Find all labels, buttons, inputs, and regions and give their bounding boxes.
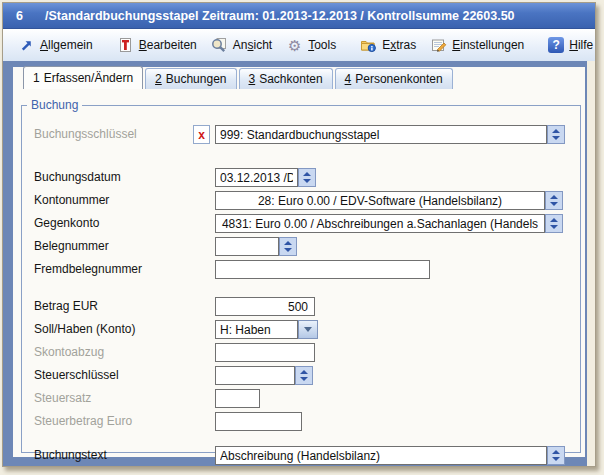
tab-sachkonten[interactable]: 3Sachkonten (239, 68, 333, 89)
belegnummer-input[interactable] (215, 237, 279, 256)
field-row-skontoabzug: Skontoabzug (22, 343, 580, 362)
field-row-buchungstext: Buchungstext (22, 446, 580, 465)
soll-haben-dropdown-button[interactable] (298, 320, 318, 339)
app-window: 6 /Standardbuchungsstapel Zeitraum: 01.2… (2, 2, 596, 467)
magnifier-icon (211, 37, 228, 54)
toolbar-button-hilfe[interactable]: ? Hilfe (541, 34, 600, 56)
arrow-up-right-icon (18, 37, 35, 54)
toolbar-label: Allgemein (40, 38, 93, 52)
field-row-steuersatz: Steuersatz (22, 389, 580, 408)
buchungstext-input[interactable] (215, 446, 547, 465)
field-row-buchungsschluessel: Buchungsschlüssel x (22, 125, 580, 144)
field-row-steuerschluessel: Steuerschlüssel (22, 366, 580, 385)
field-row-steuerbetrag: Steuerbetrag Euro (22, 412, 580, 431)
buchungsschluessel-spinner[interactable] (547, 125, 565, 144)
skontoabzug-input (215, 343, 315, 362)
group-title: Buchung (27, 98, 82, 112)
steuerschluessel-input[interactable] (215, 366, 295, 385)
soll-haben-select[interactable] (215, 320, 298, 339)
buchungstext-label: Buchungstext (34, 446, 107, 465)
tab-personenkonten[interactable]: 4Personenkonten (335, 68, 453, 89)
toolbar-label: Ansicht (233, 38, 272, 52)
steuerschluessel-spinner[interactable] (295, 366, 313, 385)
chevron-down-icon (304, 327, 312, 332)
toolbar: Allgemein Bearbeiten Ansicht ⚙ Tools (3, 29, 595, 61)
title-bar: 6 /Standardbuchungsstapel Zeitraum: 01.2… (3, 3, 595, 29)
fremdbelegnummer-label: Fremdbelegnummer (34, 260, 142, 279)
toolbar-label: Extras (382, 38, 416, 52)
skontoabzug-label: Skontoabzug (34, 343, 104, 362)
toolbar-button-tools[interactable]: ⚙ Tools (279, 34, 343, 57)
field-row-buchungsdatum: Buchungsdatum (22, 168, 580, 187)
buchungsdatum-label: Buchungsdatum (34, 168, 121, 187)
toolbar-button-einstellungen[interactable]: Einstellungen (423, 34, 531, 57)
betrag-label: Betrag EUR (34, 297, 98, 316)
delete-key-icon[interactable]: x (193, 125, 210, 144)
toolbar-button-ansicht[interactable]: Ansicht (204, 34, 279, 57)
frame-panel: 1Erfassen/Ändern 2Buchungen 3Sachkonten … (3, 61, 587, 466)
steuersatz-input (215, 389, 260, 408)
buchungsdatum-input[interactable] (215, 168, 298, 187)
field-row-soll-haben: Soll/Haben (Konto) (22, 320, 580, 339)
soll-haben-label: Soll/Haben (Konto) (34, 320, 135, 339)
note-pencil-icon (430, 37, 447, 54)
steuersatz-label: Steuersatz (34, 389, 91, 408)
buchungsschluessel-label: Buchungsschlüssel (34, 125, 137, 144)
field-row-belegnummer: Belegnummer (22, 237, 580, 256)
window-title: /Standardbuchungsstapel Zeitraum: 01.201… (45, 9, 515, 23)
belegnummer-spinner[interactable] (279, 237, 297, 256)
edit-document-icon (117, 37, 134, 54)
steuerschluessel-label: Steuerschlüssel (34, 366, 119, 385)
folder-info-icon (360, 37, 377, 54)
desktop-background: 6 /Standardbuchungsstapel Zeitraum: 01.2… (0, 0, 604, 475)
toolbar-label: Bearbeiten (139, 38, 197, 52)
gegenkonto-label: Gegenkonto (34, 214, 99, 233)
steuerbetrag-label: Steuerbetrag Euro (34, 412, 132, 431)
toolbar-label: Hilfe (569, 38, 593, 52)
fremdbelegnummer-input[interactable] (215, 260, 430, 279)
tab-buchungen[interactable]: 2Buchungen (145, 68, 236, 89)
betrag-input[interactable] (215, 297, 315, 316)
question-mark-icon: ? (548, 37, 564, 53)
kontonummer-input[interactable] (215, 191, 545, 210)
buchung-fieldset: Buchung Buchungsschlüssel x Buchungsdatu… (21, 98, 581, 453)
kontonummer-spinner[interactable] (545, 191, 563, 210)
batch-number: 6 (16, 9, 23, 23)
field-row-betrag: Betrag EUR (22, 297, 580, 316)
field-row-kontonummer: Kontonummer (22, 191, 580, 210)
field-row-gegenkonto: Gegenkonto (22, 214, 580, 233)
buchungstext-spinner[interactable] (547, 446, 565, 465)
toolbar-label: Tools (308, 38, 336, 52)
field-row-fremdbelegnummer: Fremdbelegnummer (22, 260, 580, 279)
buchungsschluessel-input[interactable] (215, 125, 547, 144)
gears-icon: ⚙ (286, 37, 303, 54)
tab-bar: 1Erfassen/Ändern 2Buchungen 3Sachkonten … (13, 67, 585, 89)
gegenkonto-spinner[interactable] (545, 214, 563, 233)
kontonummer-label: Kontonummer (34, 191, 109, 210)
steuerbetrag-input (215, 412, 302, 431)
toolbar-button-extras[interactable]: Extras (353, 34, 423, 57)
toolbar-button-allgemein[interactable]: Allgemein (11, 34, 100, 57)
toolbar-button-bearbeiten[interactable]: Bearbeiten (110, 34, 204, 57)
toolbar-label: Einstellungen (452, 38, 524, 52)
buchungsdatum-spinner[interactable] (298, 168, 316, 187)
tab-erfassen-aendern[interactable]: 1Erfassen/Ändern (23, 66, 143, 89)
belegnummer-label: Belegnummer (34, 237, 109, 256)
gegenkonto-input[interactable] (215, 214, 545, 233)
content-area: 1Erfassen/Ändern 2Buchungen 3Sachkonten … (13, 67, 585, 457)
